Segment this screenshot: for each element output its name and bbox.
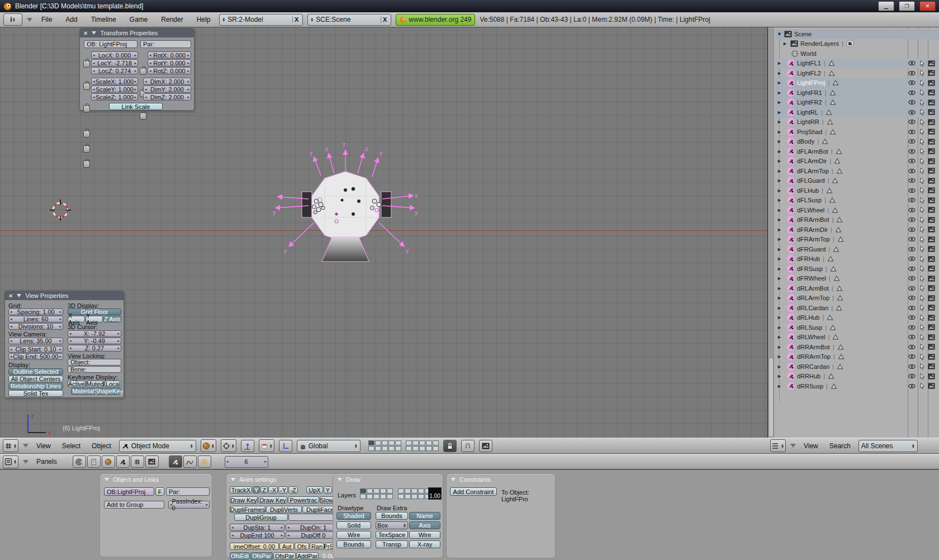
pivot-button[interactable]: ▲▼ <box>221 439 236 452</box>
outliner-row[interactable]: ► dFLSusp | <box>776 196 939 206</box>
expand-arrow-icon[interactable]: ► <box>777 227 782 232</box>
outliner-scrollbar-thumb[interactable] <box>769 358 774 437</box>
selectable-cursor-icon[interactable] <box>919 284 925 292</box>
outliner-row[interactable]: ► dRLCardan | <box>776 303 939 313</box>
selectable-cursor-icon[interactable] <box>919 60 925 67</box>
visibility-eye-icon[interactable] <box>908 149 916 154</box>
locx-field[interactable]: ◂LocX: 0.000▸ <box>91 51 138 59</box>
renderable-icon[interactable] <box>928 344 935 350</box>
object-name[interactable]: dRRSusp <box>797 383 823 390</box>
x-axis-button[interactable]: X Axis <box>68 316 85 322</box>
object-color-swatch[interactable]: 1.00 <box>428 487 442 500</box>
visibility-eye-icon[interactable] <box>908 354 916 359</box>
visibility-eye-icon[interactable] <box>908 236 916 242</box>
selectable-cursor-icon[interactable] <box>919 138 925 145</box>
layer-buttons-group2[interactable] <box>398 488 431 499</box>
visibility-eye-icon[interactable] <box>908 110 916 115</box>
renderable-icon[interactable] <box>928 129 935 135</box>
menu-timeline[interactable]: Timeline <box>87 16 121 23</box>
expand-arrow-icon[interactable]: ► <box>777 276 782 281</box>
dupliverts-button[interactable]: DupliVerts <box>266 506 302 513</box>
visibility-eye-icon[interactable] <box>908 60 916 66</box>
scene-context-button[interactable] <box>145 455 159 468</box>
menu-file[interactable]: File <box>37 16 56 23</box>
editing-context-button[interactable] <box>131 455 144 468</box>
physics-subcontext-button[interactable] <box>183 455 197 468</box>
renderable-icon[interactable] <box>928 383 935 389</box>
scalez-field[interactable]: ◂ScaleZ: 1.000▸ <box>91 93 138 101</box>
expand-arrow-icon[interactable]: ► <box>777 295 782 301</box>
draw-name-button[interactable]: Name <box>409 512 440 520</box>
automatic-time-button[interactable]: Aut <box>279 543 294 550</box>
outliner-row[interactable]: ► dRRArmTop | <box>776 352 939 362</box>
lock-icon[interactable] <box>83 130 90 137</box>
close-button[interactable]: ✕ <box>919 1 936 11</box>
scene-selector[interactable]: ▲▼ SCE:Scene X <box>307 14 391 26</box>
renderable-icon[interactable] <box>928 373 935 379</box>
collapse-menus-icon[interactable] <box>23 444 29 448</box>
selectable-cursor-icon[interactable] <box>919 177 925 184</box>
lens-field[interactable]: ◂Lens: 35.00▸ <box>8 338 63 344</box>
outliner-row-renderlayers[interactable]: ► RenderLayers | <box>776 39 939 49</box>
object-name[interactable]: LightFR1 <box>797 89 822 96</box>
outliner-row[interactable]: ► dRRCardan | <box>776 362 939 372</box>
logic-context-button[interactable] <box>73 455 86 468</box>
screen-selector[interactable]: ▲▼ SR:2-Model X <box>219 14 303 26</box>
wire-button[interactable]: Wire <box>336 531 371 539</box>
expand-arrow-icon[interactable]: ► <box>777 305 782 311</box>
expand-arrow-icon[interactable]: ► <box>777 217 782 222</box>
world-name[interactable]: World <box>800 50 817 57</box>
ofs-button[interactable]: Ofs <box>295 543 309 550</box>
renderable-icon[interactable] <box>928 354 935 360</box>
collapse-icon[interactable] <box>17 294 21 297</box>
visibility-eye-icon[interactable] <box>908 217 916 222</box>
link-scale-button[interactable]: Link Scale <box>109 103 163 110</box>
selectable-cursor-icon[interactable] <box>919 89 925 96</box>
layer-buttons-group2[interactable] <box>406 440 439 451</box>
expand-arrow-icon[interactable]: ► <box>777 383 782 389</box>
panels-label[interactable]: Panels <box>33 458 60 466</box>
grid-divisions-field[interactable]: ◂Divisions: 10▸ <box>8 323 63 330</box>
expand-arrow-icon[interactable]: ► <box>777 110 782 115</box>
solid-tex-button[interactable]: Solid Tex <box>8 390 63 397</box>
selectable-cursor-icon[interactable] <box>919 255 925 263</box>
solid-button[interactable]: Solid <box>336 521 371 529</box>
object-name[interactable]: dRLWheel <box>797 334 826 340</box>
object-name[interactable]: LightRR <box>797 118 819 125</box>
visibility-eye-icon[interactable] <box>908 364 916 369</box>
dupsta-field[interactable]: ◂DupSta: 1▸ <box>230 524 284 531</box>
blender-org-button[interactable]: www.blender.org 249 <box>396 14 475 26</box>
clip-end-field[interactable]: ◂Clip End: 500.00▸ <box>8 353 63 360</box>
renderable-icon[interactable] <box>928 305 935 311</box>
outliner-row[interactable]: ► dFLHub | <box>776 186 939 196</box>
menu-render[interactable]: Render <box>156 16 187 23</box>
locy-field[interactable]: ◂LocY: -2.718▸ <box>91 59 138 67</box>
renderable-icon[interactable] <box>928 334 935 340</box>
cursor-x-field[interactable]: ◂X: -7.92▸ <box>68 330 121 337</box>
scene-name[interactable]: Scene <box>794 31 812 37</box>
object-name[interactable]: LightFL1 <box>797 60 821 67</box>
menu-object[interactable]: Object <box>88 442 115 450</box>
selectable-cursor-icon[interactable] <box>919 236 925 243</box>
lock-object-field[interactable]: Object: <box>68 359 121 366</box>
visibility-eye-icon[interactable] <box>908 207 916 213</box>
transform-properties-panel[interactable]: ✕ Transform Properties OB: LightFProj Pa… <box>79 28 195 111</box>
collapse-icon[interactable] <box>92 31 96 35</box>
outliner-row[interactable]: ► LightRR | <box>776 117 939 127</box>
kf-local-button[interactable]: Local <box>105 381 121 387</box>
object-name[interactable]: LightFL2 <box>797 70 821 77</box>
visibility-eye-icon[interactable] <box>908 227 916 232</box>
transp-button[interactable]: Transp <box>376 540 408 548</box>
renderable-icon[interactable] <box>928 99 935 106</box>
expand-arrow-icon[interactable]: ► <box>777 364 782 369</box>
outliner-row[interactable]: ► dFRSusp | <box>776 264 939 274</box>
outliner-row[interactable]: ► dFRArmDir | <box>776 225 939 235</box>
object-name[interactable]: dRRArmTop <box>797 353 831 360</box>
menu-search[interactable]: Search <box>826 442 854 450</box>
object-name[interactable]: dRLSusp <box>797 324 822 331</box>
outliner-row[interactable]: ► ProjShad | <box>776 127 939 137</box>
collapse-icon[interactable] <box>451 478 456 481</box>
visibility-eye-icon[interactable] <box>908 168 916 174</box>
expand-arrow-icon[interactable]: ► <box>777 178 782 183</box>
visibility-eye-icon[interactable] <box>908 334 916 340</box>
